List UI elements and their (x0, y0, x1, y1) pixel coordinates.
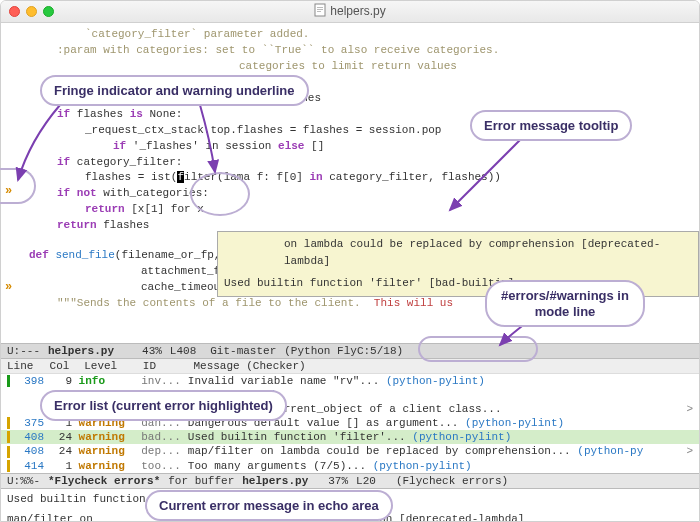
err-checker: (python-pylint) (386, 375, 485, 387)
error-row[interactable]: 40824 warning dep... map/filter on lambd… (1, 444, 699, 458)
svg-rect-1 (317, 7, 323, 8)
err-col: 24 (44, 445, 72, 457)
code-line: :param with categories: set to ``True`` … (29, 43, 699, 59)
err-level: warning (79, 460, 135, 472)
err-id: too... (141, 460, 181, 472)
err-id: inv... (141, 375, 181, 387)
error-row[interactable]: 40824 warning bad... Used builtin functi… (1, 430, 699, 444)
modeline-mode: (Python FlyC:5/18) (284, 345, 403, 357)
err-line: 414 (12, 460, 44, 472)
fringe-warning-icon: » (5, 279, 12, 296)
modeline-mode: (Flycheck errors) (396, 475, 508, 487)
code-line: `category_filter` parameter added. (29, 27, 699, 43)
callout-errlist: Error list (current error highlighted) (40, 390, 287, 421)
callout-echo: Current error message in echo area (145, 490, 393, 521)
error-row[interactable]: 3989 info inv... Invalid variable name "… (1, 374, 699, 388)
err-checker: (python-pylint) (373, 460, 472, 472)
code-line: flashes = ist(filter(lama f: f[0] in cat… (29, 170, 699, 186)
callout-fringe: Fringe indicator and warning underline (40, 75, 309, 106)
mode-line-main: U:--- helpers.py 43% L408 Git-master (Py… (1, 343, 699, 359)
err-col: 9 (44, 375, 72, 387)
modeline-text: for buffer (168, 475, 234, 487)
close-icon[interactable] (9, 6, 20, 17)
err-col: 1 (44, 460, 72, 472)
err-msg: Too many arguments (7/5)... (188, 460, 366, 472)
modeline-target: helpers.py (242, 475, 308, 487)
code-line: return [x[1] for x (29, 202, 699, 218)
err-checker: (python-pylint) (412, 431, 511, 443)
tooltip-line: on lambda could be replaced by comprehen… (224, 236, 692, 269)
err-id: bad... (141, 431, 181, 443)
err-line: 408 (12, 445, 44, 457)
code-line: if not with_categories: (29, 186, 699, 202)
err-line: 375 (12, 417, 44, 429)
modeline-status: U:--- (7, 345, 40, 357)
error-list-header: Line Col Level ID Message (Checker) (1, 359, 699, 374)
error-row[interactable]: 4141 warning too... Too many arguments (… (1, 459, 699, 473)
err-level: warning (79, 431, 135, 443)
modeline-percent: 37% (328, 475, 348, 487)
callout-tooltip: Error message tooltip (470, 110, 632, 141)
err-checker: (python-py (577, 445, 643, 457)
minimize-icon[interactable] (26, 6, 37, 17)
fringe-warning-icon: » (5, 183, 12, 200)
modeline-vcs: Git-master (210, 345, 276, 357)
modeline-status: U:%%- (7, 475, 40, 487)
mode-line-errors: U:%%- *Flycheck errors* for buffer helpe… (1, 473, 699, 489)
modeline-line: L20 (356, 475, 376, 487)
code-line: categories to limit return values (29, 59, 699, 75)
svg-rect-0 (315, 4, 325, 16)
svg-rect-2 (317, 9, 323, 10)
err-msg: Invalid variable name "rv"... (188, 375, 379, 387)
err-line: 398 (12, 375, 44, 387)
err-col: 24 (44, 431, 72, 443)
zoom-icon[interactable] (43, 6, 54, 17)
err-level: info (79, 375, 135, 387)
window-controls (9, 6, 54, 17)
err-msg: Used builtin function 'filter'... (188, 431, 406, 443)
window-title: helpers.py (1, 3, 699, 20)
err-checker: (python-pylint) (465, 417, 564, 429)
titlebar: helpers.py (1, 1, 699, 23)
code-line: if category_filter: (29, 155, 699, 171)
modeline-buffer: *Flycheck errors* (48, 475, 160, 487)
fringe: » » (1, 23, 25, 343)
callout-modeline: #errors/#warnings in mode line (485, 280, 645, 327)
modeline-line: L408 (170, 345, 196, 357)
modeline-file: helpers.py (48, 345, 114, 357)
file-icon (314, 3, 326, 20)
err-line: 408 (12, 431, 44, 443)
svg-rect-3 (317, 11, 321, 12)
window-title-text: helpers.py (330, 4, 385, 18)
err-id: dep... (141, 445, 181, 457)
err-msg: map/filter on lambda could be replaced b… (188, 445, 571, 457)
modeline-percent: 43% (142, 345, 162, 357)
err-level: warning (79, 445, 135, 457)
